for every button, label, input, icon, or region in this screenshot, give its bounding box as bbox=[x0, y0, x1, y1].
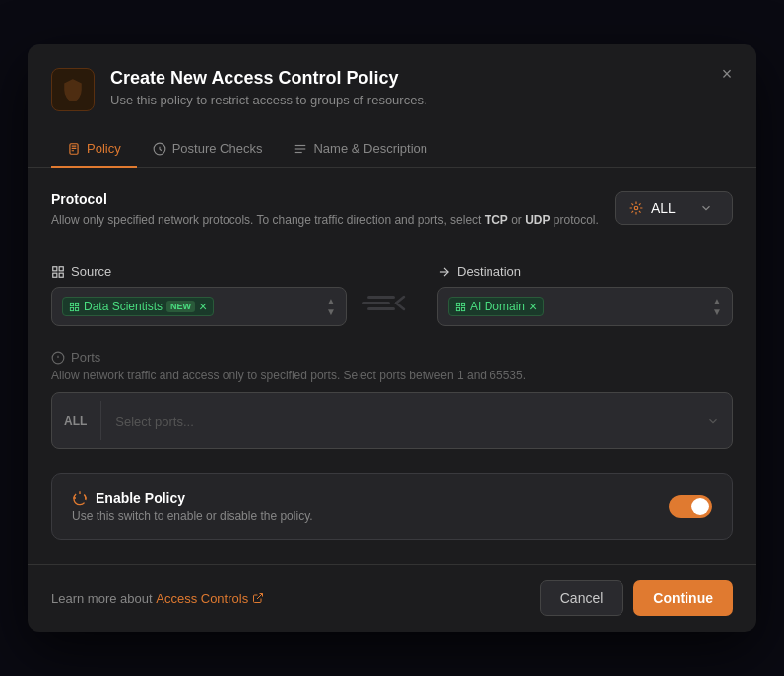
enable-policy-title: Enable Policy bbox=[72, 490, 313, 506]
ports-divider bbox=[100, 401, 101, 440]
continue-button[interactable]: Continue bbox=[633, 580, 733, 616]
enable-policy-toggle[interactable] bbox=[669, 495, 712, 518]
destination-label: Destination bbox=[437, 264, 733, 279]
modal-icon bbox=[51, 68, 95, 111]
svg-rect-9 bbox=[70, 303, 73, 305]
tab-posture-checks[interactable]: Posture Checks bbox=[137, 131, 279, 168]
svg-rect-10 bbox=[75, 303, 78, 305]
destination-tag: AI Domain × bbox=[448, 297, 544, 316]
tabs-bar: Policy Posture Checks Name & Description bbox=[28, 131, 756, 168]
footer-buttons: Cancel Continue bbox=[540, 580, 733, 616]
source-input[interactable]: Data Scientists NEW × ▲ ▼ bbox=[51, 287, 347, 326]
modal-footer: Learn more about Access Controls Cancel … bbox=[28, 564, 756, 632]
udp-label: UDP bbox=[525, 213, 550, 227]
svg-rect-6 bbox=[59, 266, 63, 270]
source-arrow-down[interactable]: ▼ bbox=[326, 307, 336, 317]
source-tag-remove[interactable]: × bbox=[199, 300, 207, 313]
toggle-knob bbox=[691, 498, 709, 515]
close-button[interactable]: × bbox=[713, 60, 741, 88]
source-tag: Data Scientists NEW × bbox=[62, 297, 214, 316]
destination-arrow-up[interactable]: ▲ bbox=[712, 297, 722, 306]
ports-label: Ports bbox=[51, 350, 733, 365]
destination-input[interactable]: AI Domain × ▲ ▼ bbox=[437, 287, 733, 326]
modal-body: Protocol Allow only specified network pr… bbox=[28, 168, 756, 564]
destination-stepper[interactable]: ▲ ▼ bbox=[712, 297, 722, 317]
source-stepper[interactable]: ▲ ▼ bbox=[326, 297, 336, 317]
svg-rect-12 bbox=[70, 307, 73, 310]
enable-policy-card: Enable Policy Use this switch to enable … bbox=[51, 473, 733, 540]
cancel-button[interactable]: Cancel bbox=[540, 580, 624, 616]
ports-description: Allow network traffic and access only to… bbox=[51, 369, 733, 382]
source-arrow-up[interactable]: ▲ bbox=[326, 297, 336, 306]
svg-rect-5 bbox=[53, 266, 57, 270]
destination-field: Destination AI Domain × ▲ ▼ bbox=[437, 264, 733, 326]
modal-dialog: Create New Access Control Policy Use thi… bbox=[28, 44, 756, 632]
tcp-label: TCP bbox=[485, 213, 508, 227]
tab-policy[interactable]: Policy bbox=[51, 131, 137, 168]
source-dest-row: Source Data Scientists NEW × ▲ bbox=[51, 264, 733, 326]
tab-name-description-label: Name & Description bbox=[313, 141, 427, 156]
footer-learn-more: Learn more about Access Controls bbox=[51, 591, 264, 606]
svg-line-21 bbox=[257, 594, 263, 600]
source-field: Source Data Scientists NEW × ▲ bbox=[51, 264, 347, 326]
protocol-section: Protocol Allow only specified network pr… bbox=[51, 191, 733, 240]
svg-rect-15 bbox=[367, 307, 395, 310]
enable-policy-desc: Use this switch to enable or disable the… bbox=[72, 509, 313, 523]
protocol-info: Protocol Allow only specified network pr… bbox=[51, 191, 615, 240]
modal-title: Create New Access Control Policy bbox=[110, 68, 733, 89]
ports-placeholder: Select ports... bbox=[115, 414, 696, 429]
svg-rect-19 bbox=[456, 307, 459, 310]
modal-overlay: Create New Access Control Policy Use thi… bbox=[0, 0, 784, 676]
protocol-selected-value: ALL bbox=[651, 200, 676, 216]
svg-rect-18 bbox=[461, 307, 464, 310]
protocol-dropdown[interactable]: ALL bbox=[615, 191, 733, 225]
ports-input[interactable]: ALL Select ports... bbox=[51, 392, 733, 449]
destination-arrow-down[interactable]: ▼ bbox=[712, 307, 722, 317]
arrow-connector bbox=[362, 264, 422, 315]
svg-rect-14 bbox=[367, 296, 395, 299]
modal-title-block: Create New Access Control Policy Use thi… bbox=[110, 68, 733, 107]
svg-rect-11 bbox=[75, 307, 78, 310]
source-tag-badge: NEW bbox=[166, 301, 195, 312]
tab-policy-label: Policy bbox=[87, 141, 121, 156]
protocol-title: Protocol bbox=[51, 191, 615, 207]
svg-rect-13 bbox=[362, 302, 390, 304]
modal-subtitle: Use this policy to restrict access to gr… bbox=[110, 93, 733, 107]
destination-tag-remove[interactable]: × bbox=[529, 300, 537, 313]
svg-rect-16 bbox=[456, 303, 459, 305]
modal-header: Create New Access Control Policy Use thi… bbox=[28, 44, 756, 111]
tab-name-description[interactable]: Name & Description bbox=[278, 131, 443, 168]
source-tag-name: Data Scientists bbox=[84, 300, 163, 313]
enable-policy-left: Enable Policy Use this switch to enable … bbox=[72, 490, 313, 523]
protocol-desc: Allow only specified network protocols. … bbox=[51, 211, 615, 229]
svg-point-4 bbox=[634, 206, 638, 210]
svg-rect-8 bbox=[53, 273, 57, 277]
svg-rect-7 bbox=[59, 273, 63, 277]
ports-all-label: ALL bbox=[64, 414, 87, 428]
svg-rect-17 bbox=[461, 303, 464, 305]
destination-tag-name: AI Domain bbox=[470, 300, 525, 313]
ports-section: Ports Allow network traffic and access o… bbox=[51, 350, 733, 449]
source-label: Source bbox=[51, 264, 347, 279]
tab-posture-checks-label: Posture Checks bbox=[172, 141, 263, 156]
access-controls-link[interactable]: Access Controls bbox=[156, 591, 264, 606]
